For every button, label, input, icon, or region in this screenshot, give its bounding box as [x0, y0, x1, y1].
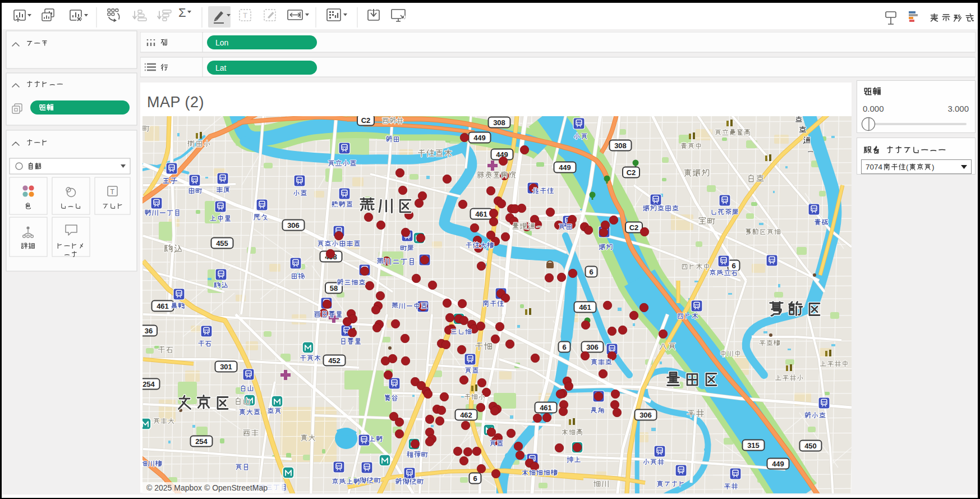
- svg-text:455: 455: [216, 239, 228, 248]
- svg-text:315: 315: [747, 441, 760, 450]
- svg-text:461: 461: [157, 302, 169, 310]
- svg-text:306: 306: [586, 343, 599, 351]
- svg-text:(: (: [906, 163, 909, 171]
- svg-text:Lon: Lon: [215, 38, 228, 47]
- svg-text:461: 461: [475, 210, 487, 218]
- svg-text:Lat: Lat: [215, 63, 227, 72]
- svg-text:461: 461: [579, 303, 591, 312]
- svg-text:6: 6: [731, 262, 735, 270]
- svg-text:306: 306: [287, 221, 300, 230]
- svg-text:306: 306: [639, 411, 652, 419]
- svg-text:C2: C2: [629, 223, 639, 232]
- svg-text:C2: C2: [627, 168, 636, 177]
- svg-text:6: 6: [562, 343, 566, 351]
- svg-text:7074: 7074: [866, 163, 883, 171]
- svg-text:449: 449: [559, 163, 571, 172]
- svg-text:308: 308: [614, 141, 627, 150]
- svg-text:0.000: 0.000: [863, 104, 884, 113]
- svg-text:449: 449: [772, 460, 784, 468]
- svg-text:C2: C2: [361, 116, 371, 125]
- svg-text:449: 449: [473, 134, 486, 142]
- svg-text:6: 6: [589, 268, 593, 276]
- svg-text:462: 462: [460, 411, 472, 419]
- svg-text:461: 461: [540, 404, 552, 412]
- svg-text:254: 254: [142, 380, 155, 388]
- svg-text:© 2025 Mapbox © OpenStreetMap: © 2025 Mapbox © OpenStreetMap: [146, 483, 268, 492]
- svg-text:6: 6: [473, 474, 477, 483]
- svg-text:3.000: 3.000: [947, 104, 969, 113]
- svg-text:36: 36: [145, 327, 153, 335]
- svg-text:452: 452: [328, 356, 341, 365]
- svg-text:MAP (2): MAP (2): [147, 94, 204, 111]
- svg-text:254: 254: [195, 437, 208, 446]
- svg-text:T: T: [111, 188, 115, 196]
- svg-text:301: 301: [220, 363, 232, 371]
- svg-text:Σ: Σ: [178, 6, 186, 20]
- svg-text:308: 308: [493, 118, 505, 127]
- svg-text:): ): [932, 163, 935, 171]
- svg-text:58: 58: [330, 284, 338, 292]
- svg-text:450: 450: [804, 442, 817, 450]
- svg-text:T: T: [243, 11, 247, 20]
